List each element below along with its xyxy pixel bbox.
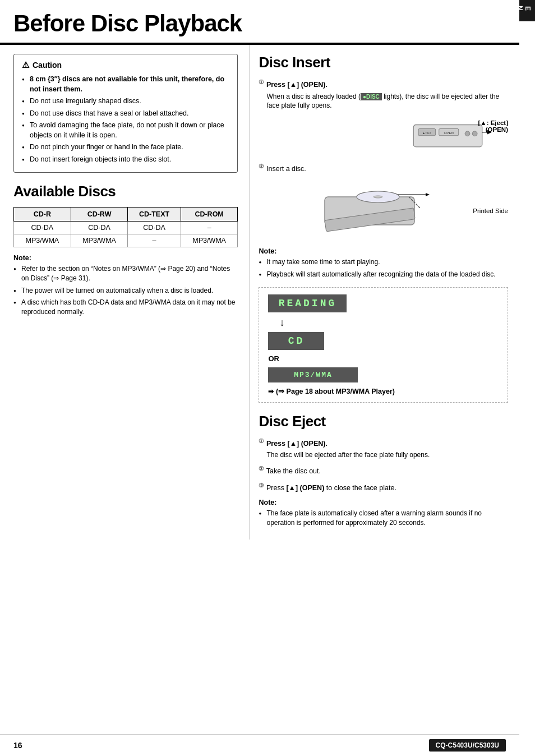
note-item: It may take some time to start playing. bbox=[259, 257, 508, 267]
disc-insert-step1: ① Press [▲] (OPEN). When a disc is alrea… bbox=[259, 78, 508, 110]
note-item: Playback will start automatically after … bbox=[259, 270, 508, 279]
step1-detail: When a disc is already loaded (●DISC lig… bbox=[266, 92, 508, 111]
table-cell: CD-DA bbox=[14, 222, 71, 234]
page-footer: 16 CQ-C5403U/C5303U bbox=[0, 734, 519, 756]
note-item: A disc which has both CD-DA data and MP3… bbox=[13, 298, 238, 317]
page-reference: ➡ (⇒ Page 18 about MP3/WMA Player) bbox=[268, 387, 499, 395]
disc-eject-step1: ① Press [▲] (OPEN). The disc will be eje… bbox=[259, 437, 508, 460]
caution-item: Do not pinch your finger or hand in the … bbox=[22, 142, 229, 153]
caution-item: Do not use irregularly shaped discs. bbox=[22, 96, 229, 107]
step1-text: Press [▲] (OPEN). bbox=[266, 81, 328, 89]
note-item: Refer to the section on “Notes on MP3/WM… bbox=[13, 264, 238, 283]
table-cell: CD-DA bbox=[128, 222, 181, 234]
caution-list: 8 cm {3″} discs are not available for th… bbox=[22, 75, 229, 164]
caution-title: ⚠ Caution bbox=[22, 60, 229, 70]
cd-diagram bbox=[322, 180, 445, 242]
printed-side-label: Printed Side bbox=[473, 208, 508, 214]
language-indicator: E N G L I S H bbox=[477, 6, 532, 11]
right-column: Disc Insert ① Press [▲] (OPEN). When a d… bbox=[249, 45, 519, 540]
disc-insert-notes: Note: It may take some time to start pla… bbox=[259, 247, 508, 279]
notes-list: Refer to the section on “Notes on MP3/WM… bbox=[13, 264, 238, 317]
table-row: CD-DA CD-DA CD-DA – bbox=[14, 222, 238, 234]
cd-insert-area: Printed Side bbox=[259, 180, 508, 242]
display-area: READING ↓ CD OR MP3/WMA ➡ (⇒ Page 18 abo… bbox=[259, 287, 508, 403]
svg-point-6 bbox=[472, 131, 477, 136]
table-cell: MP3/WMA bbox=[181, 234, 238, 247]
svg-point-5 bbox=[465, 131, 470, 136]
available-discs-title: Available Discs bbox=[13, 183, 238, 200]
table-header-cdr: CD-R bbox=[14, 208, 71, 222]
available-discs-notes: Note: Refer to the section on “Notes on … bbox=[13, 254, 238, 317]
note-item: The face plate is automatically closed a… bbox=[259, 509, 508, 528]
table-cell: MP3/WMA bbox=[71, 234, 128, 247]
page-number: 16 bbox=[13, 741, 22, 750]
left-column: ⚠ Caution 8 cm {3″} discs are not availa… bbox=[0, 45, 249, 540]
reading-screen: READING bbox=[268, 294, 499, 317]
table-header-cdrw: CD-RW bbox=[71, 208, 128, 222]
svg-text:▲TILT: ▲TILT bbox=[422, 131, 431, 135]
arrow-down-icon: ↓ bbox=[279, 317, 499, 329]
table-cell: – bbox=[128, 234, 181, 247]
table-cell: – bbox=[181, 222, 238, 234]
two-column-layout: ⚠ Caution 8 cm {3″} discs are not availa… bbox=[0, 45, 519, 540]
table-cell: CD-DA bbox=[71, 222, 128, 234]
svg-point-11 bbox=[373, 196, 382, 198]
table-header-cdtext: CD-TEXT bbox=[128, 208, 181, 222]
side-tab: E N G L I S H 15 bbox=[519, 0, 535, 21]
step1-detail: The disc will be ejected after the face … bbox=[266, 450, 508, 460]
discs-table: CD-R CD-RW CD-TEXT CD-ROM CD-DA CD-DA CD… bbox=[13, 207, 238, 247]
disc-eject-notes: Note: The face plate is automatically cl… bbox=[259, 499, 508, 528]
cd-screen-wrap: CD bbox=[268, 332, 499, 350]
note-label: Note: bbox=[259, 247, 508, 255]
caution-item: 8 cm {3″} discs are not available for th… bbox=[22, 75, 229, 94]
caution-item: To avoid damaging the face plate, do not… bbox=[22, 121, 229, 140]
disc-insert-step2: ② Insert a disc. bbox=[259, 162, 508, 174]
mp3wma-screen-wrap: MP3/WMA bbox=[268, 367, 499, 382]
arrow-right-icon: ➡ bbox=[268, 388, 274, 395]
note-label: Note: bbox=[13, 254, 238, 262]
section-number: 15 bbox=[468, 6, 476, 15]
svg-text:OPEN: OPEN bbox=[444, 131, 454, 135]
notes-list: It may take some time to start playing. … bbox=[259, 257, 508, 279]
note-item: The power will be turned on automaticall… bbox=[13, 286, 238, 296]
caution-item: Do not use discs that have a seal or lab… bbox=[22, 109, 229, 119]
device-image-area: ▲TILT OPEN [▲: Eject] bbox=[259, 115, 508, 154]
main-content: Before Disc Playback ⚠ Caution 8 cm {3″}… bbox=[0, 0, 519, 540]
note-label: Note: bbox=[259, 499, 508, 506]
disc-insert-title: Disc Insert bbox=[259, 54, 508, 71]
disc-eject-section: Disc Eject ① Press [▲] (OPEN). The disc … bbox=[259, 413, 508, 528]
table-cell: MP3/WMA bbox=[14, 234, 71, 247]
or-label: OR bbox=[268, 354, 499, 363]
notes-list: The face plate is automatically closed a… bbox=[259, 509, 508, 528]
disc-eject-step3: ③ Press [▲] (OPEN) to close the face pla… bbox=[259, 481, 508, 494]
disc-eject-step2: ② Take the disc out. bbox=[259, 464, 508, 477]
warning-icon: ⚠ bbox=[22, 60, 29, 70]
table-row: MP3/WMA MP3/WMA – MP3/WMA bbox=[14, 234, 238, 247]
model-number: CQ-C5403U/C5303U bbox=[429, 739, 506, 752]
caution-box: ⚠ Caution 8 cm {3″} discs are not availa… bbox=[13, 54, 238, 173]
disc-eject-title: Disc Eject bbox=[259, 413, 508, 430]
caution-item: Do not insert foreign objects into the d… bbox=[22, 155, 229, 165]
page-title: Before Disc Playback bbox=[0, 0, 519, 45]
eject-label: [▲: Eject] (OPEN) bbox=[478, 119, 508, 133]
table-header-cdrom: CD-ROM bbox=[181, 208, 238, 222]
svg-marker-14 bbox=[426, 193, 430, 196]
